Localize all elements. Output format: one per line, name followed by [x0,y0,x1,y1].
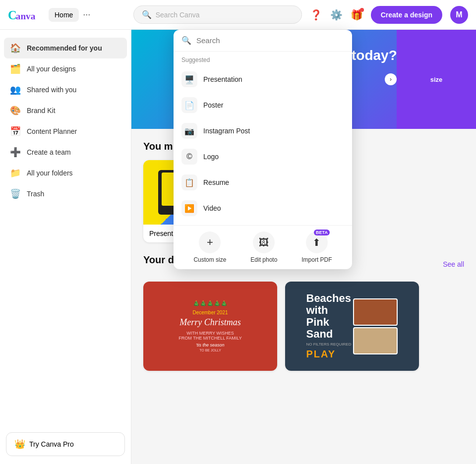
svg-text:anva: anva [16,10,36,21]
beta-badge: BETA [314,230,330,235]
import-pdf-icon: BETA ⬆ [306,232,328,253]
search-dropdown-top: 🔍 [174,30,352,52]
dropdown-footer: + Custom size 🖼 Edit photo BETA ⬆ Import… [174,225,352,269]
edit-photo-button[interactable]: 🖼 Edit photo [250,232,277,263]
settings-icon-wrap[interactable]: ⚙️ [330,9,343,21]
dropdown-item-icon-poster: 📄 [181,97,197,113]
dropdown-item-label-poster: Poster [203,101,223,109]
create-design-button[interactable]: Create a design [371,6,442,24]
dropdown-search-icon: 🔍 [181,36,191,45]
dropdown-item-icon-resume: 📋 [181,174,197,190]
gear-icon: ⚙️ [330,9,343,20]
dropdown-item-icon-instagram-post: 📷 [181,123,197,139]
custom-size-icon: + [199,232,221,253]
dropdown-item-label-logo: Logo [203,153,219,161]
dropdown-item-label-video: Video [203,204,221,212]
help-icon: ❓ [310,9,322,20]
dropdown-item-icon-logo: © [181,149,197,165]
dropdown-item-icon-presentation: 🖥️ [181,71,197,87]
header-actions: ❓ ⚙️ 🎁 Create a design M [310,6,468,24]
dropdown-item-resume[interactable]: 📋 Resume [174,170,352,195]
more-button[interactable]: ··· [83,9,90,20]
import-pdf-button[interactable]: BETA ⬆ Import PDF [301,232,332,263]
logo[interactable]: C anva [8,8,43,22]
dropdown-item-video[interactable]: ▶️ Video [174,195,352,221]
notification-dot [360,8,364,12]
search-dropdown-input[interactable] [196,36,344,45]
edit-photo-label: Edit photo [250,256,277,263]
dropdown-section-label: Suggested [174,52,352,66]
avatar[interactable]: M [450,6,468,24]
dropdown-item-card-landscape[interactable]: ✉️ Card (Landscape) [174,221,352,225]
dropdown-item-poster[interactable]: 📄 Poster [174,92,352,118]
gift-icon-wrap[interactable]: 🎁 [351,9,363,21]
help-icon-wrap[interactable]: ❓ [310,9,322,21]
search-dropdown: 🔍 Suggested 🖥️ Presentation 📄 Poster 📷 I… [174,30,352,269]
dropdown-item-logo[interactable]: © Logo [174,144,352,170]
search-icon: 🔍 [142,10,152,19]
import-pdf-label: Import PDF [301,256,332,263]
dropdown-item-label-presentation: Presentation [203,75,242,83]
home-button[interactable]: Home [49,8,79,22]
edit-photo-icon: 🖼 [253,232,275,253]
dropdown-item-presentation[interactable]: 🖥️ Presentation [174,66,352,92]
custom-size-button[interactable]: + Custom size [193,232,226,263]
dropdown-item-label-resume: Resume [203,178,229,186]
dropdown-item-label-instagram-post: Instagram Post [203,127,250,135]
search-bar[interactable]: 🔍 Search Canva [133,5,302,24]
header: C anva Home ··· 🔍 Search Canva ❓ ⚙️ 🎁 Cr… [0,0,476,30]
dropdown-list: 🖥️ Presentation 📄 Poster 📷 Instagram Pos… [174,66,352,225]
dropdown-item-instagram-post[interactable]: 📷 Instagram Post [174,118,352,144]
custom-size-label: Custom size [193,256,226,263]
search-placeholder: Search Canva [156,11,200,19]
dropdown-item-icon-video: ▶️ [181,200,197,216]
